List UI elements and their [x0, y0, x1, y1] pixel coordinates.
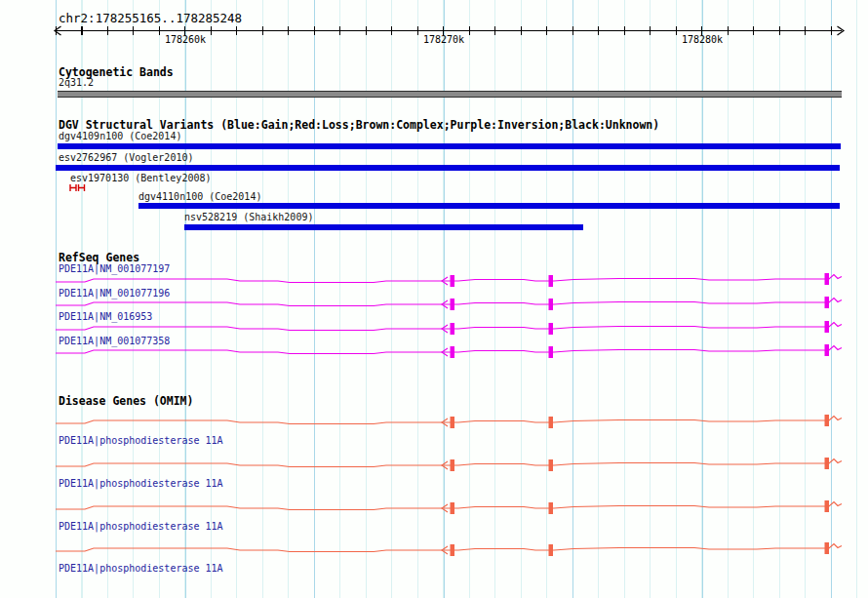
gene-row-omim[interactable]	[0, 539, 868, 560]
track-title-dgv: DGV Structural Variants (Blue:Gain;Red:L…	[59, 118, 659, 132]
ruler-left-arrow-icon	[53, 25, 62, 36]
genome-browser-panel: chr2:178255165..178285248 178260k 178270…	[0, 0, 868, 598]
cytoband-bar[interactable]	[58, 91, 842, 98]
gene-row-omim[interactable]	[0, 498, 868, 518]
gene-row-omim[interactable]	[0, 455, 868, 475]
variant-bar-nsv528219[interactable]	[184, 224, 583, 230]
variant-label: dgv4109n100 (Coe2014)	[59, 131, 181, 141]
cytoband-name: 2q31.2	[59, 77, 94, 88]
variant-label: nsv528219 (Shaikh2009)	[184, 212, 313, 222]
ruler-tick-label: 178270k	[423, 34, 464, 45]
variant-bar-dgv4110n100[interactable]	[138, 203, 840, 209]
gene-label: PDE11A|phosphodiesterase 11A	[59, 563, 223, 574]
gene-label: PDE11A|phosphodiesterase 11A	[59, 521, 223, 532]
ruler-right-arrow-icon	[836, 25, 846, 36]
track-title-refseq: RefSeq Genes	[59, 251, 139, 264]
variant-glyph-esv1970130-loss-icon[interactable]	[69, 183, 86, 192]
variant-label: esv2762967 (Vogler2010)	[59, 152, 193, 163]
variant-bar-dgv4109n100[interactable]	[58, 143, 841, 149]
region-coordinates: chr2:178255165..178285248	[59, 11, 242, 25]
variant-label: esv1970130 (Bentley2008)	[70, 173, 212, 183]
gene-row-omim[interactable]	[0, 412, 868, 432]
ruler-tick-label: 178260k	[165, 34, 206, 45]
gene-row-refseq[interactable]	[0, 341, 868, 362]
ruler-tick-label: 178280k	[682, 34, 723, 45]
ruler-axis	[56, 30, 842, 31]
gene-label: PDE11A|phosphodiesterase 11A	[59, 435, 223, 446]
variant-bar-esv2762967[interactable]	[56, 165, 840, 171]
track-title-omim: Disease Genes (OMIM)	[59, 394, 193, 408]
gene-label: PDE11A|phosphodiesterase 11A	[59, 478, 223, 489]
variant-label: dgv4110n100 (Coe2014)	[138, 191, 261, 202]
